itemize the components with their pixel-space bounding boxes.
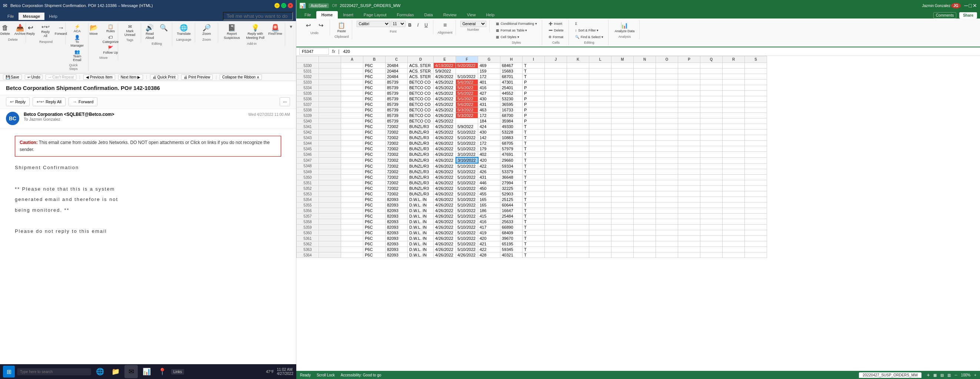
cell-q[interactable] [700, 113, 722, 119]
cell-e[interactable]: 4/25/2022 [434, 96, 456, 102]
cell-d[interactable]: BETCO CO [408, 96, 434, 102]
cell-n[interactable] [634, 180, 656, 186]
cell-b[interactable]: P6C [363, 186, 385, 191]
cell-k[interactable] [567, 241, 589, 247]
cell-s[interactable] [745, 85, 767, 91]
freeze-cell[interactable] [319, 124, 341, 130]
cell-r[interactable] [722, 197, 745, 203]
cell-f[interactable]: 5/10/2022 [456, 208, 478, 214]
cell-p[interactable] [678, 219, 700, 225]
freeze-cell[interactable] [319, 175, 341, 180]
cell-a[interactable] [341, 157, 363, 163]
freeze-cell[interactable] [319, 191, 341, 197]
cell-d[interactable]: BETCO CO [408, 119, 434, 124]
view-layout-icon[interactable]: ▤ [940, 373, 944, 377]
cell-k[interactable] [567, 152, 589, 158]
cell-i[interactable]: T [523, 186, 545, 191]
freeze-cell[interactable] [319, 214, 341, 219]
col-h[interactable]: H [500, 56, 523, 63]
cell-s[interactable] [745, 247, 767, 252]
cell-d[interactable]: D.W.L. IN [408, 219, 434, 225]
cell-a[interactable] [341, 214, 363, 219]
cell-l[interactable] [589, 219, 611, 225]
cell-b[interactable]: P6C [363, 208, 385, 214]
cell-g[interactable]: 172 [478, 141, 500, 146]
cell-i[interactable]: T [523, 157, 545, 163]
cell-k[interactable] [567, 163, 589, 169]
cell-c[interactable]: 72002 [385, 169, 408, 175]
cell-o[interactable] [656, 175, 678, 180]
col-r[interactable]: R [722, 56, 745, 63]
cell-k[interactable] [567, 175, 589, 180]
cell-k[interactable] [567, 247, 589, 252]
cell-p[interactable] [678, 230, 700, 236]
forward-action-button[interactable]: → Forward [68, 97, 97, 106]
freeze-cell[interactable] [319, 102, 341, 107]
cell-o[interactable] [656, 152, 678, 158]
cell-j[interactable] [545, 163, 567, 169]
cell-k[interactable] [567, 219, 589, 225]
cell-g[interactable]: 165 [478, 197, 500, 203]
cell-c[interactable]: 72002 [385, 180, 408, 186]
cell-n[interactable] [634, 230, 656, 236]
cell-s[interactable] [745, 63, 767, 68]
cell-e[interactable]: 4/26/2022 [434, 186, 456, 191]
cell-d[interactable]: BUNZL/R3 [408, 175, 434, 180]
cell-c[interactable]: 72002 [385, 146, 408, 152]
cell-c[interactable]: 82093 [385, 214, 408, 219]
cell-c[interactable]: 82093 [385, 203, 408, 208]
cell-d[interactable]: BUNZL/R3 [408, 146, 434, 152]
cell-k[interactable] [567, 130, 589, 135]
row-num[interactable]: 5352 [297, 186, 319, 191]
cell-a[interactable] [341, 130, 363, 135]
cell-p[interactable] [678, 163, 700, 169]
cell-b[interactable]: P6C [363, 214, 385, 219]
cell-b[interactable]: P6C [363, 74, 385, 79]
cell-j[interactable] [545, 175, 567, 180]
cell-b[interactable]: P6C [363, 175, 385, 180]
cell-n[interactable] [634, 252, 656, 258]
cell-g[interactable]: 416 [478, 219, 500, 225]
cell-h[interactable]: 27994 [500, 180, 523, 186]
cell-d[interactable]: BUNZL/R3 [408, 141, 434, 146]
cell-a[interactable] [341, 169, 363, 175]
cell-l[interactable] [589, 169, 611, 175]
cell-a[interactable] [341, 63, 363, 68]
cell-m[interactable] [611, 214, 634, 219]
cell-f[interactable]: 5/10/2022 [456, 74, 478, 79]
cell-q[interactable] [700, 197, 722, 203]
cell-e[interactable]: 4/26/2022 [434, 219, 456, 225]
row-num[interactable]: 5330 [297, 63, 319, 68]
cell-j[interactable] [545, 152, 567, 158]
cell-l[interactable] [589, 175, 611, 180]
cell-i[interactable]: T [523, 241, 545, 247]
cell-g[interactable]: 422 [478, 163, 500, 169]
cell-s[interactable] [745, 169, 767, 175]
cell-f[interactable]: 5/10/2022 [456, 197, 478, 203]
number-format-select[interactable]: General [460, 21, 486, 27]
row-num[interactable]: 5344 [297, 141, 319, 146]
cell-l[interactable] [589, 130, 611, 135]
row-num[interactable]: 5335 [297, 91, 319, 96]
cell-q[interactable] [700, 130, 722, 135]
categorize-button[interactable]: 🏷 Categorize [101, 34, 120, 44]
cell-p[interactable] [678, 124, 700, 130]
cell-a[interactable] [341, 68, 363, 74]
cell-i[interactable]: T [523, 247, 545, 252]
cell-d[interactable]: BUNZL/R3 [408, 169, 434, 175]
cell-d[interactable]: BETCO CO [408, 102, 434, 107]
cell-e[interactable]: 4/26/2022 [434, 141, 456, 146]
reply-action-button[interactable]: ↩ Reply [6, 97, 30, 106]
cell-b[interactable]: P6C [363, 203, 385, 208]
row-num[interactable]: 5337 [297, 102, 319, 107]
cell-o[interactable] [656, 180, 678, 186]
cell-c[interactable]: 85739 [385, 102, 408, 107]
freeze-cell[interactable] [319, 152, 341, 158]
cell-d[interactable]: ACS. STER [408, 68, 434, 74]
report-suspicious-button[interactable]: 🚨 FindTime [269, 23, 282, 37]
cell-h[interactable]: 49330 [500, 124, 523, 130]
cell-j[interactable] [545, 91, 567, 96]
cell-r[interactable] [722, 175, 745, 180]
cell-h[interactable]: 40321 [500, 252, 523, 258]
row-num[interactable]: 5364 [297, 252, 319, 258]
